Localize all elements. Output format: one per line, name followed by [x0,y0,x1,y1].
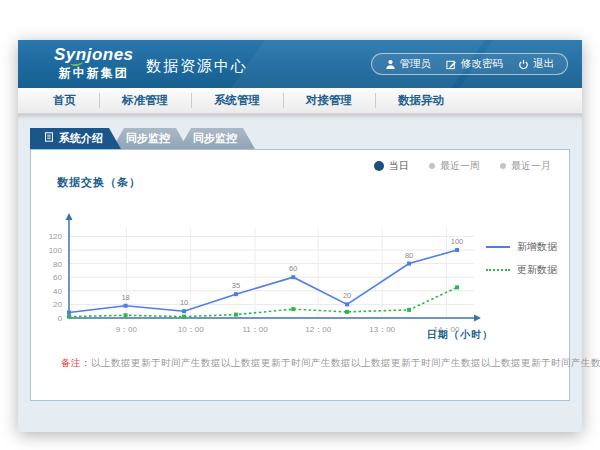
svg-text:80: 80 [405,251,413,260]
svg-text:10：00: 10：00 [178,325,204,334]
user-icon [385,59,396,70]
legend-item-update-data: 更新数据 [486,263,557,277]
svg-text:20: 20 [343,291,351,300]
tab-sync-monitor-2[interactable]: 同步监控 [179,128,255,149]
legend-label-new-data: 新增数据 [517,240,557,254]
time-range-filter: 当日 最近一周 最近一月 [374,159,551,173]
svg-text:9：00: 9：00 [116,325,138,334]
radio-last-month-label: 最近一月 [511,159,551,173]
svg-text:11：00: 11：00 [242,325,268,334]
svg-text:60: 60 [289,264,297,273]
radio-last-month-icon [500,163,506,169]
footer-note-prefix: 备注： [61,357,91,368]
svg-text:100: 100 [451,237,464,246]
logo: Synjones 新中新集团 [54,45,134,81]
radio-last-week-icon [429,163,435,169]
svg-text:18: 18 [121,293,129,302]
power-icon [518,59,529,70]
svg-text:35: 35 [232,281,240,290]
tab-system-intro-label: 系统介绍 [59,128,103,149]
legend-line-dotted [486,269,510,271]
svg-text:60: 60 [53,273,62,282]
user-menu-admin[interactable]: 管理员 [385,57,432,71]
legend-line-solid [486,246,510,248]
chart-panel: 当日 最近一周 最近一月 数据交换（条） 0204060801001209：00… [30,149,570,401]
chart-container: 0204060801001209：0010：0011：0012：0013：001… [39,190,539,360]
tab-system-intro[interactable]: 系统介绍 [30,128,121,149]
svg-text:80: 80 [53,260,62,269]
svg-text:日期（小时）: 日期（小时） [427,329,493,340]
change-password-button[interactable]: 修改密码 [446,57,503,71]
logout-button[interactable]: 退出 [518,57,554,71]
radio-last-month[interactable]: 最近一月 [500,159,551,173]
radio-today-label: 当日 [389,159,409,173]
radio-last-week[interactable]: 最近一周 [429,159,480,173]
legend-item-new-data: 新增数据 [486,240,557,254]
logo-subtext: 新中新集团 [54,65,134,81]
nav-item-standard-mgmt[interactable]: 标准管理 [99,88,191,113]
app-window: Synjones 新中新集团 数据资源中心 管理员 修改密码 [18,40,582,432]
page-title: 数据资源中心 [146,57,248,76]
edit-icon [446,59,457,70]
nav-item-interface-mgmt[interactable]: 对接管理 [283,88,375,113]
screen: Synjones 新中新集团 数据资源中心 管理员 修改密码 [0,0,600,450]
y-axis-title: 数据交换（条） [57,175,141,190]
tab-sync-monitor-1[interactable]: 同步监控 [112,128,188,149]
svg-text:100: 100 [49,246,63,255]
change-password-label: 修改密码 [461,57,503,71]
svg-text:120: 120 [49,232,63,241]
nav-item-system-mgmt[interactable]: 系统管理 [191,88,283,113]
svg-text:13：00: 13：00 [369,325,395,334]
footer-note: 备注：以上数据更新于时间产生数据以上数据更新于时间产生数据以上数据更新于时间产生… [61,357,600,370]
svg-text:0: 0 [58,314,63,323]
logout-label: 退出 [533,57,554,71]
app-header: Synjones 新中新集团 数据资源中心 管理员 修改密码 [18,40,582,88]
svg-text:12：00: 12：00 [305,325,331,334]
svg-text:40: 40 [53,287,62,296]
main-nav: 首页 标准管理 系统管理 对接管理 数据异动 [18,88,582,114]
nav-item-data-changes[interactable]: 数据异动 [375,88,467,113]
svg-text:10: 10 [180,298,188,307]
tab-sync-monitor-2-label: 同步监控 [193,128,237,149]
nav-item-home[interactable]: 首页 [30,88,99,113]
chart-legend: 新增数据 更新数据 [486,240,557,277]
user-menu-admin-label: 管理员 [400,57,432,71]
tab-sync-monitor-1-label: 同步监控 [126,128,170,149]
radio-today[interactable]: 当日 [374,159,409,173]
svg-text:20: 20 [53,300,62,309]
document-icon [44,128,54,149]
radio-last-week-label: 最近一周 [440,159,480,173]
radio-today-icon [374,161,384,171]
logo-text: Synjones [54,45,134,65]
content-area: 系统介绍 同步监控 同步监控 当日 最近一周 [18,114,582,432]
user-menu: 管理员 修改密码 退出 [371,53,569,75]
footer-note-text: 以上数据更新于时间产生数据以上数据更新于时间产生数据以上数据更新于时间产生数据以… [91,357,600,368]
line-chart: 0204060801001209：0010：0011：0012：0013：001… [39,190,539,360]
legend-label-update-data: 更新数据 [517,263,557,277]
tab-bar: 系统介绍 同步监控 同步监控 [30,128,255,149]
